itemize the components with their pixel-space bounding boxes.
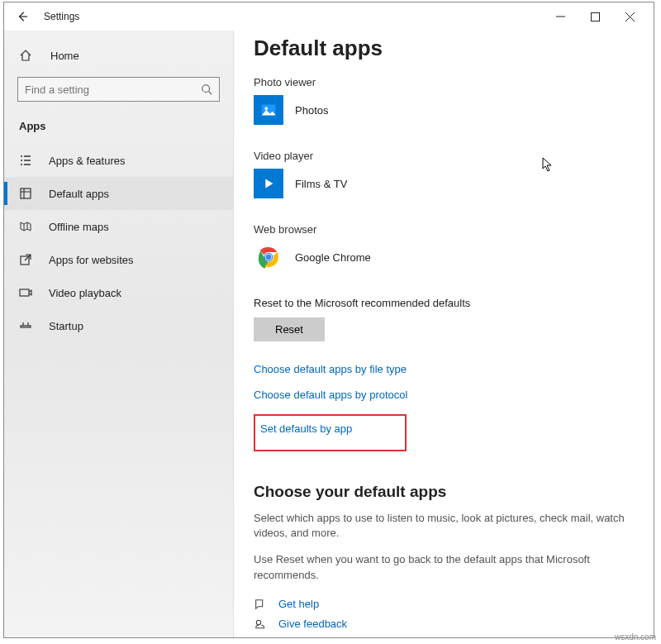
page-heading: Default apps <box>254 36 634 61</box>
minimize-button[interactable] <box>543 4 578 29</box>
app-name: Google Chrome <box>295 251 371 264</box>
link-by-file-type[interactable]: Choose default apps by file type <box>254 363 634 375</box>
svg-line-5 <box>209 92 212 95</box>
video-icon <box>19 286 36 299</box>
chrome-icon <box>254 242 283 272</box>
sidebar-item-default-apps[interactable]: Default apps <box>4 177 233 210</box>
get-help-link[interactable]: Get help <box>278 598 319 610</box>
app-name: Photos <box>295 104 328 117</box>
sidebar-category: Apps <box>4 113 233 144</box>
search-icon <box>201 83 212 95</box>
section-label-browser: Web browser <box>254 223 634 236</box>
arrow-left-icon <box>17 11 28 22</box>
help-icon <box>254 598 272 611</box>
reset-label: Reset to the Microsoft recommended defau… <box>254 297 634 309</box>
watermark: wsxdn.com <box>615 632 656 642</box>
minimize-icon <box>556 12 565 21</box>
choose-heading: Choose your default apps <box>254 483 634 501</box>
sidebar: Home Apps Apps & features Default ap <box>4 31 234 637</box>
svg-rect-6 <box>21 188 31 198</box>
feedback-icon <box>254 618 272 631</box>
sidebar-item-label: Startup <box>49 320 83 332</box>
startup-icon <box>19 319 36 332</box>
get-help-row: Get help <box>254 594 634 614</box>
window-body: Home Apps Apps & features Default ap <box>4 31 654 637</box>
link-by-protocol[interactable]: Choose default apps by protocol <box>254 389 634 401</box>
sidebar-item-apps-websites[interactable]: Apps for websites <box>4 243 233 276</box>
search-box[interactable] <box>17 77 220 102</box>
map-icon <box>19 220 36 233</box>
settings-window: Settings Home <box>3 2 654 638</box>
close-icon <box>625 12 635 21</box>
list-icon <box>19 154 36 167</box>
svg-point-4 <box>202 85 210 93</box>
sidebar-item-apps-features[interactable]: Apps & features <box>4 144 233 177</box>
sidebar-item-offline-maps[interactable]: Offline maps <box>4 210 233 243</box>
sidebar-home-label: Home <box>50 50 79 62</box>
svg-rect-8 <box>20 289 29 296</box>
default-app-browser[interactable]: Google Chrome <box>254 242 634 272</box>
back-button[interactable] <box>11 5 34 28</box>
sidebar-item-label: Default apps <box>49 188 109 200</box>
highlight-annotation: Set defaults by app <box>254 414 407 451</box>
default-apps-icon <box>19 187 36 200</box>
svg-rect-9 <box>21 326 31 327</box>
default-app-video[interactable]: Films & TV <box>254 169 634 198</box>
sidebar-item-label: Offline maps <box>49 221 109 233</box>
choose-desc-1: Select which apps to use to listen to mu… <box>254 511 634 541</box>
give-feedback-link[interactable]: Give feedback <box>278 618 347 630</box>
link-set-defaults-by-app[interactable]: Set defaults by app <box>260 422 352 435</box>
window-controls <box>543 4 647 29</box>
sidebar-home[interactable]: Home <box>4 41 233 70</box>
titlebar: Settings <box>4 2 654 31</box>
app-name: Films & TV <box>295 178 347 190</box>
svg-point-19 <box>256 620 260 624</box>
sidebar-item-label: Apps for websites <box>49 254 134 266</box>
sidebar-item-label: Video playback <box>49 287 121 299</box>
svg-point-13 <box>264 107 268 110</box>
sidebar-item-video-playback[interactable]: Video playback <box>4 276 233 309</box>
window-title: Settings <box>44 11 79 22</box>
close-button[interactable] <box>612 4 647 29</box>
sidebar-item-label: Apps & features <box>49 155 126 167</box>
open-external-icon <box>19 253 36 266</box>
maximize-icon <box>591 12 600 21</box>
feedback-row: Give feedback <box>254 614 634 634</box>
maximize-button[interactable] <box>578 4 612 29</box>
section-label-video: Video player <box>254 150 634 162</box>
svg-rect-1 <box>591 12 599 21</box>
photos-icon <box>254 95 283 125</box>
section-label-photo: Photo viewer <box>254 76 634 88</box>
default-app-photo[interactable]: Photos <box>254 95 634 125</box>
search-input[interactable] <box>25 83 201 96</box>
films-tv-icon <box>254 169 283 198</box>
svg-point-18 <box>266 255 272 260</box>
home-icon <box>19 49 37 62</box>
choose-desc-2: Use Reset when you want to go back to th… <box>254 552 634 582</box>
sidebar-item-startup[interactable]: Startup <box>4 309 233 342</box>
main-panel: Default apps Photo viewer Photos Video p… <box>234 31 654 637</box>
reset-button[interactable]: Reset <box>254 317 325 341</box>
